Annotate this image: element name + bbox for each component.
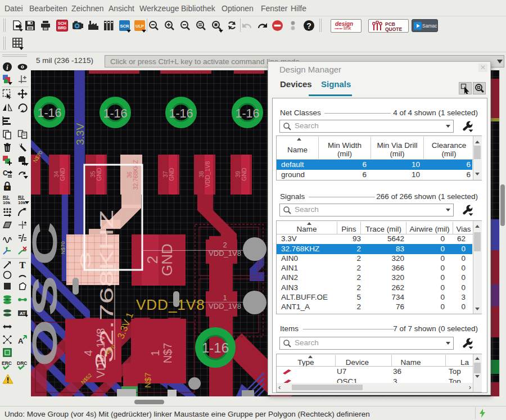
- svg-text:R2: R2: [18, 195, 24, 200]
- svg-text:BRD: BRD: [58, 26, 66, 30]
- svg-text:VDD_1V8: VDD_1V8: [209, 302, 241, 310]
- svg-text:A: A: [18, 337, 24, 345]
- svg-text:1-16: 1-16: [169, 107, 193, 120]
- svg-text:C: C: [3, 169, 8, 177]
- svg-text:AT: AT: [20, 311, 25, 316]
- svg-text:SCH: SCH: [58, 21, 66, 25]
- svg-text:10k: 10k: [3, 200, 11, 205]
- svg-text:VDD_1V8: VDD_1V8: [136, 296, 205, 313]
- svg-text:S: S: [31, 276, 65, 316]
- svg-text:1: 1: [223, 293, 227, 302]
- svg-text:10k: 10k: [18, 200, 26, 205]
- svg-text:O: O: [31, 319, 65, 367]
- svg-text:C: C: [31, 222, 65, 265]
- svg-text:1-16: 1-16: [37, 106, 61, 120]
- svg-text:SCR: SCR: [120, 24, 129, 29]
- svg-text:?: ?: [306, 21, 311, 30]
- svg-text:T: T: [19, 260, 26, 270]
- svg-text:32.768KHZ: 32.768KHZ: [96, 210, 118, 363]
- svg-text:3: 3: [77, 252, 93, 269]
- svg-text:DRC: DRC: [17, 360, 27, 366]
- svg-text:1-16: 1-16: [202, 340, 229, 355]
- svg-text:1-16: 1-16: [103, 107, 127, 120]
- svg-text:ULP: ULP: [135, 24, 144, 29]
- svg-text:3.3V: 3.3V: [74, 123, 86, 145]
- svg-text:R2: R2: [3, 195, 9, 200]
- svg-text:N$7: N$7: [143, 372, 152, 388]
- svg-text:ERC: ERC: [2, 360, 12, 366]
- svg-text:1-16: 1-16: [235, 107, 259, 120]
- svg-text:VDD_1V8: VDD_1V8: [209, 249, 241, 258]
- svg-text:2: 2: [223, 241, 227, 249]
